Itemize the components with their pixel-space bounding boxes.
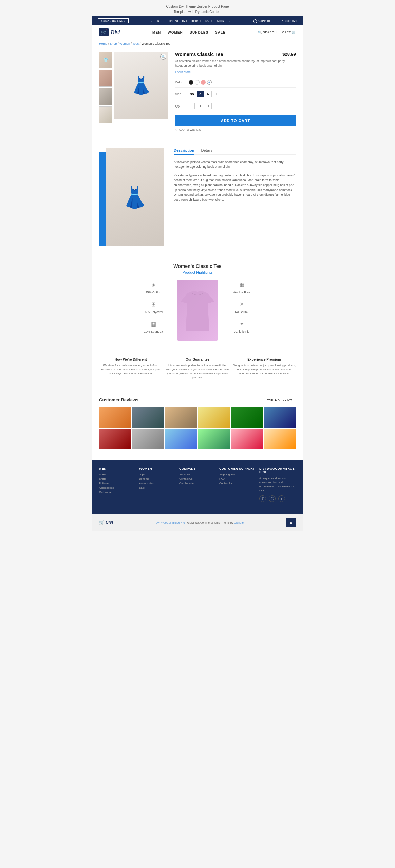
footer-divi-title: DIVI WOOCOMMERCE PRO — [259, 467, 296, 474]
diff-title-2: Our Guarantee — [166, 358, 229, 361]
footer-bottom: 🛒 Divi Divi WooCommerce Pro . A Divi Woo… — [92, 514, 303, 531]
color-swatch-black[interactable] — [189, 80, 193, 85]
shrink-icon: ✳ — [237, 299, 246, 309]
color-swatch-white[interactable] — [195, 80, 200, 85]
qty-minus-button[interactable]: − — [189, 103, 195, 109]
color-swatches: + — [189, 80, 212, 85]
diff-text-2: It is extremely important to us that you… — [166, 363, 229, 380]
description-image: 👗 — [106, 148, 164, 246]
reviews-photo-grid-row2 — [99, 429, 296, 449]
size-l[interactable]: L — [213, 91, 220, 97]
thumbnail-1[interactable]: 👕 — [99, 52, 112, 68]
polyester-label: 65% Polyester — [144, 310, 163, 314]
highlight-polyester: ⊞ 65% Polyester — [133, 299, 174, 314]
account-link[interactable]: ☉ ACCOUNT — [278, 19, 297, 23]
footer-women-bottoms[interactable]: Bottoms — [139, 477, 176, 480]
divi-woocommerce-pro-link[interactable]: Divi WooCommerce Pro — [156, 521, 185, 524]
sale-button[interactable]: SHOP THE SALE — [98, 18, 129, 23]
facebook-icon[interactable]: f — [278, 495, 285, 502]
promo-prev-arrow[interactable]: ‹ — [151, 19, 153, 23]
breadcrumb-tops[interactable]: Tops — [132, 42, 139, 45]
cart-icon: 🛒 — [292, 31, 296, 34]
breadcrumb-women[interactable]: Women — [119, 42, 130, 45]
tab-description[interactable]: Description — [174, 148, 194, 155]
footer-men-shirts[interactable]: Shirts — [99, 473, 136, 476]
diff-col-1: How We're Different We strive for excell… — [99, 358, 163, 380]
product-section: 👕 👗 🔍 Women's Classic Tee — [92, 48, 303, 138]
footer-contact-us[interactable]: Contact Us — [179, 477, 216, 480]
footer-divi-desc: A unique, modern, and conversion focused… — [259, 476, 296, 493]
qty-plus-button[interactable]: + — [206, 103, 212, 109]
write-review-button[interactable]: WRITE A REVIEW — [264, 397, 296, 403]
back-to-top-button[interactable]: ▲ — [286, 518, 296, 527]
instagram-icon[interactable]: ⓘ — [269, 495, 276, 502]
thumbnail-2[interactable] — [99, 70, 112, 87]
footer-women-accessories[interactable]: Accessories — [139, 482, 176, 485]
nav-women[interactable]: WOMEN — [168, 31, 183, 34]
qty-label: Qty — [175, 104, 185, 108]
top-bar: SHOP THE SALE ‹ FREE SHIPPING ON ORDERS … — [92, 16, 303, 25]
qty-option-row: Qty − 1 + — [175, 100, 296, 109]
footer-about-us[interactable]: About Us — [179, 473, 216, 476]
reviews-photo-grid-row1 — [99, 407, 296, 428]
search-icon: 🔍 — [258, 31, 262, 34]
add-to-wishlist-button[interactable]: ♡ ADD TO WISHLIST — [175, 128, 203, 131]
reviews-section: Customer Reviews WRITE A REVIEW — [92, 390, 303, 457]
size-option-row: Size XS S M L — [175, 87, 296, 97]
footer-women-tops[interactable]: Tops — [139, 473, 176, 476]
footer-shipping-info[interactable]: Shipping Info — [219, 473, 256, 476]
footer-contact-support[interactable]: Contact Us — [219, 482, 256, 485]
add-to-cart-button[interactable]: ADD TO CART — [175, 115, 296, 126]
search-link[interactable]: 🔍 SEARCH — [258, 31, 277, 34]
review-photo-11 — [231, 429, 263, 449]
footer-men-bottoms[interactable]: Bottoms — [99, 482, 136, 485]
highlight-spandex: ▦ 10% Spandex — [133, 319, 174, 333]
footer-our-founder[interactable]: Our Founder — [179, 482, 216, 485]
color-swatch-pink[interactable] — [201, 80, 206, 85]
footer-support-title: CUSTOMER SUPPORT — [219, 467, 256, 470]
thumbnail-3[interactable] — [99, 88, 112, 105]
diff-col-3: Experience Premium Our goal is to delive… — [232, 358, 296, 380]
twitter-icon[interactable]: 𝕋 — [259, 495, 266, 502]
size-xs[interactable]: XS — [189, 91, 195, 97]
desc-para2: Kickstarter typewriter beard hashtag pos… — [174, 173, 296, 202]
footer-men-shirts2[interactable]: Shirts — [99, 477, 136, 480]
cotton-icon: ◈ — [149, 280, 158, 289]
breadcrumb-shop[interactable]: Shop — [110, 42, 117, 45]
nav-right: 🔍 SEARCH CART 🛒 — [258, 31, 296, 34]
review-photo-12 — [264, 429, 296, 449]
size-s[interactable]: S — [197, 91, 204, 97]
nav-sale[interactable]: SALE — [215, 31, 226, 34]
thumbnail-column: 👕 — [99, 52, 112, 131]
divi-life-link[interactable]: Divi Life — [234, 521, 243, 524]
footer-faq[interactable]: FAQ — [219, 477, 256, 480]
product-info: Women's Classic Tee $28.99 At helvetica … — [175, 52, 296, 131]
nav-bundles[interactable]: BUNDLES — [190, 31, 208, 34]
footer-bottom-text: Divi WooCommerce Pro . A Divi WooCommerc… — [156, 521, 244, 524]
description-tabs: Description Details — [174, 148, 296, 155]
cart-link[interactable]: CART 🛒 — [282, 31, 296, 34]
page-title-line1: Custom Divi Theme Builder Product Page — [7, 4, 388, 9]
breadcrumb-current: Women's Classic Tee — [142, 42, 170, 45]
reviews-header: Customer Reviews WRITE A REVIEW — [99, 397, 296, 403]
highlight-athletic-fit: ✦ Athletic Fit — [221, 319, 262, 333]
thumbnail-4[interactable] — [99, 106, 112, 123]
learn-more-link[interactable]: Learn More — [175, 70, 296, 74]
diff-col-2: Our Guarantee It is extremely important … — [166, 358, 229, 380]
footer-col-women: WOMEN Tops Bottoms Accessories Sale — [139, 467, 176, 502]
review-photo-10 — [198, 429, 230, 449]
size-m[interactable]: M — [205, 91, 212, 97]
nav-men[interactable]: MEN — [152, 31, 161, 34]
promo-next-arrow[interactable]: › — [229, 19, 230, 23]
breadcrumb-home[interactable]: Home — [99, 42, 107, 45]
footer-men-accessories[interactable]: Accessories — [99, 486, 136, 489]
tab-details[interactable]: Details — [201, 148, 213, 154]
zoom-icon[interactable]: 🔍 — [160, 54, 166, 60]
footer-women-sale[interactable]: Sale — [139, 486, 176, 489]
color-add-button[interactable]: + — [207, 80, 212, 85]
nav-logo[interactable]: 🛒 Divi — [99, 28, 120, 36]
diff-text-1: We strive for excellence in every aspect… — [99, 363, 163, 376]
support-link[interactable]: i SUPPORT — [253, 19, 272, 23]
footer-men-outerwear[interactable]: Outerwear — [99, 491, 136, 494]
footer-logo-text: Divi — [106, 520, 113, 525]
